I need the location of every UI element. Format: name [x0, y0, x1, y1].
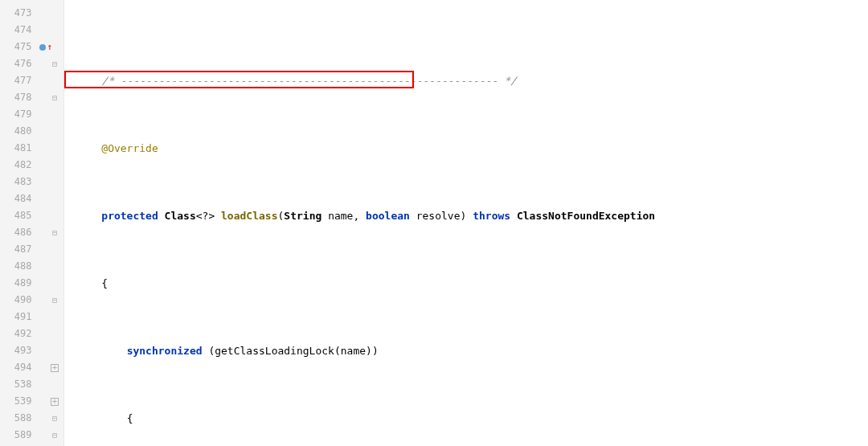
gutter-row: 473 [0, 5, 63, 22]
lbrace: { [101, 277, 108, 289]
code-line[interactable]: { [64, 275, 868, 292]
gutter-row: 491 [0, 309, 63, 325]
line-number: 589 [0, 427, 31, 444]
fold-toggle[interactable]: ⊟ [31, 297, 60, 305]
line-number: 490 [0, 292, 31, 309]
gutter-row: 474 [0, 22, 63, 39]
fold-minus-icon: ⊟ [51, 94, 59, 102]
line-number: 476 [0, 55, 31, 72]
param-name: name [328, 210, 353, 222]
line-number: 479 [0, 106, 31, 123]
gutter-row: 480 [0, 123, 63, 140]
line-number: 486 [0, 224, 31, 241]
fold-plus-icon: + [51, 398, 59, 406]
rparen: ) [372, 345, 379, 357]
line-number: 477 [0, 72, 31, 89]
gutter-row: 482 [0, 157, 63, 174]
fold-minus-icon: ⊟ [51, 297, 59, 305]
line-number: 492 [0, 325, 31, 342]
gutter-row: 490⊟ [0, 292, 63, 309]
param-name: name [341, 345, 366, 357]
fold-toggle[interactable]: ⊟ [31, 60, 60, 68]
code-line[interactable]: synchronized (getClassLoadingLock(name)) [64, 342, 868, 359]
keyword-synchronized: synchronized [127, 345, 203, 357]
gutter-row: 487 [0, 241, 63, 258]
line-number: 473 [0, 5, 31, 22]
override-icon[interactable]: ↑ [39, 39, 52, 55]
line-number: 538 [0, 376, 31, 393]
comma: , [353, 210, 359, 222]
line-number: 482 [0, 157, 31, 174]
arrow-up-icon: ↑ [47, 39, 52, 55]
gutter-row: 492 [0, 325, 63, 342]
gutter-row: 475↑ [0, 39, 63, 55]
line-number: 487 [0, 241, 31, 258]
line-number: 539 [0, 393, 31, 410]
method-name: loadClass [221, 210, 277, 222]
gutter-row: 484 [0, 190, 63, 207]
method-call: getClassLoadingLock [215, 345, 334, 357]
fold-toggle[interactable]: + [31, 398, 60, 406]
annotation: @Override [101, 142, 158, 154]
fold-toggle[interactable]: ⊟ [31, 94, 60, 102]
fold-toggle[interactable]: ⊟ [31, 432, 60, 440]
keyword-throws: throws [473, 210, 510, 222]
gutter-row: 489 [0, 275, 63, 292]
line-number: 478 [0, 89, 31, 106]
line-number: 488 [0, 258, 31, 275]
gutter: 473 474 475↑ 476⊟ 477 478⊟ 479 480 481 4… [0, 0, 64, 446]
gutter-row: 589⊟ [0, 427, 63, 444]
code-line[interactable]: /* -------------------------------------… [64, 72, 868, 89]
code-line[interactable]: protected Class<?> loadClass(String name… [64, 207, 868, 224]
code-editor: 473 474 475↑ 476⊟ 477 478⊟ 479 480 481 4… [0, 0, 868, 446]
fold-minus-icon: ⊟ [51, 432, 59, 440]
generic-wildcard: <?> [196, 210, 215, 222]
keyword-protected: protected [101, 210, 158, 222]
gutter-icon-area[interactable]: ↑ [31, 39, 60, 55]
rparen: ) [366, 345, 372, 357]
gutter-row: 488 [0, 258, 63, 275]
line-number: 494 [0, 359, 31, 376]
keyword-boolean: boolean [366, 210, 410, 222]
code-line[interactable]: @Override [64, 140, 868, 157]
gutter-row: 485 [0, 207, 63, 224]
gutter-row: 486⊟ [0, 224, 63, 241]
param-resolve: resolve [416, 210, 461, 222]
code-line[interactable]: { [64, 410, 868, 427]
code-area[interactable]: /* -------------------------------------… [64, 0, 868, 446]
fold-toggle[interactable]: ⊟ [31, 229, 60, 237]
type-cnfe: ClassNotFoundException [517, 210, 655, 222]
fold-plus-icon: + [51, 364, 59, 372]
rparen: ) [461, 210, 467, 222]
gutter-row: 479 [0, 106, 63, 123]
gutter-row: 538 [0, 376, 63, 393]
gutter-row: 483 [0, 174, 63, 190]
gutter-row: 477 [0, 72, 63, 89]
fold-toggle[interactable]: + [31, 364, 60, 372]
line-number: 484 [0, 190, 31, 207]
fold-minus-icon: ⊟ [51, 415, 59, 423]
line-number: 491 [0, 309, 31, 325]
line-number: 485 [0, 207, 31, 224]
line-number: 489 [0, 275, 31, 292]
line-number: 480 [0, 123, 31, 140]
line-number: 475 [0, 39, 31, 55]
line-number: 483 [0, 174, 31, 190]
circle-icon [39, 44, 46, 51]
gutter-row: 493 [0, 342, 63, 359]
fold-minus-icon: ⊟ [51, 60, 59, 68]
line-number: 474 [0, 22, 31, 39]
gutter-row: 539+ [0, 393, 63, 410]
gutter-row: 476⊟ [0, 55, 63, 72]
type-string: String [284, 210, 321, 222]
lbrace: { [127, 412, 133, 424]
gutter-row: 481 [0, 140, 63, 157]
lparen: ( [334, 345, 341, 357]
gutter-row: 588⊟ [0, 410, 63, 427]
fold-minus-icon: ⊟ [51, 229, 59, 237]
fold-toggle[interactable]: ⊟ [31, 415, 60, 423]
gutter-row: 478⊟ [0, 89, 63, 106]
type-class: Class [165, 210, 196, 222]
line-number: 493 [0, 342, 31, 359]
line-number: 588 [0, 410, 31, 427]
